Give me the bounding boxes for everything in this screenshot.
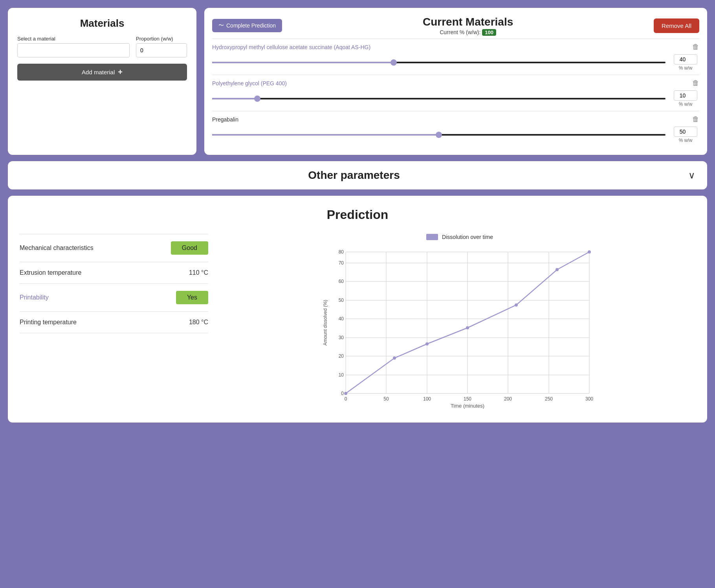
slider-1[interactable] <box>212 59 666 66</box>
svg-text:50: 50 <box>339 298 344 303</box>
x-axis-title: Time (minutes) <box>451 403 484 409</box>
remove-all-button[interactable]: Remove All <box>654 18 699 33</box>
current-materials-title-group: Current Materials Current % (w/w): 100 <box>423 16 513 35</box>
pred-label-mechanical: Mechanical characteristics <box>20 244 94 252</box>
pred-label-printability: Printability <box>20 294 49 301</box>
prediction-title: Prediction <box>20 208 695 222</box>
material-1-unit: % w/w <box>672 65 699 71</box>
svg-text:40: 40 <box>339 316 344 322</box>
current-pct-badge: 100 <box>482 29 496 36</box>
svg-text:30: 30 <box>339 335 344 340</box>
material-2-value-input[interactable] <box>674 90 697 101</box>
y-axis-labels: 0 10 20 30 40 50 60 70 80 <box>339 249 344 396</box>
add-material-button[interactable]: Add material + <box>17 64 187 81</box>
current-pct-label: Current % (w/w): <box>440 29 480 35</box>
pred-value-extrusion: 110 °C <box>189 269 208 276</box>
other-parameters-title: Other parameters <box>308 169 400 182</box>
svg-text:250: 250 <box>545 396 553 402</box>
material-1-value-input[interactable] <box>674 54 697 64</box>
proportion-input[interactable] <box>136 43 187 57</box>
data-point-2 <box>425 342 429 345</box>
data-point-6 <box>588 250 591 254</box>
svg-text:200: 200 <box>504 396 512 402</box>
current-materials-panel: 〜 Complete Prediction Current Materials … <box>204 8 707 155</box>
svg-text:70: 70 <box>339 260 344 266</box>
data-point-5 <box>556 268 559 271</box>
pred-value-printing-temp: 180 °C <box>189 319 208 326</box>
svg-text:50: 50 <box>383 396 389 402</box>
pred-label-extrusion: Extrusion temperature <box>20 269 81 276</box>
delete-material-1-button[interactable]: 🗑 <box>692 43 699 51</box>
data-point-4 <box>515 303 518 307</box>
complete-prediction-button[interactable]: 〜 Complete Prediction <box>212 19 282 32</box>
data-point-0 <box>344 392 347 395</box>
material-name-1: Hydroxypropyl methyl cellulose acetate s… <box>212 44 370 50</box>
material-2-unit: % w/w <box>672 101 699 107</box>
add-material-label: Add material <box>82 69 115 75</box>
delete-material-2-button[interactable]: 🗑 <box>692 79 699 87</box>
y-axis-title: Amount dissolved (%) <box>323 300 328 346</box>
select-material-input[interactable] <box>17 43 130 57</box>
svg-text:10: 10 <box>339 372 344 378</box>
svg-text:80: 80 <box>339 249 344 255</box>
chart-line-icon: 〜 <box>218 22 224 29</box>
pred-row-printing-temp: Printing temperature 180 °C <box>20 312 208 333</box>
slider-3[interactable] <box>212 131 666 139</box>
pred-label-printing-temp: Printing temperature <box>20 319 77 326</box>
pred-row-mechanical: Mechanical characteristics Good <box>20 234 208 262</box>
pred-row-extrusion: Extrusion temperature 110 °C <box>20 262 208 284</box>
material-name-2: Polyethylene glycol (PEG 400) <box>212 80 287 86</box>
chevron-down-icon: ∨ <box>688 170 695 181</box>
slider-2[interactable] <box>212 95 666 103</box>
material-item-2: Polyethylene glycol (PEG 400) 🗑 % w/w <box>212 75 699 111</box>
chart-svg-container: 0 10 20 30 40 50 60 70 80 0 50 100 <box>224 244 695 411</box>
svg-text:0: 0 <box>341 391 344 396</box>
svg-text:60: 60 <box>339 279 344 284</box>
chart-area: Dissolution over time <box>224 234 695 411</box>
chart-legend-label: Dissolution over time <box>442 234 493 240</box>
complete-prediction-label: Complete Prediction <box>226 22 276 29</box>
material-3-value-input[interactable] <box>674 127 697 137</box>
pred-row-printability: Printability Yes <box>20 284 208 312</box>
proportion-label: Proportion (w/w) <box>136 36 187 42</box>
plus-icon: + <box>118 68 123 77</box>
svg-text:300: 300 <box>585 396 593 402</box>
material-3-unit: % w/w <box>672 138 699 143</box>
material-item-1: Hydroxypropyl methyl cellulose acetate s… <box>212 39 699 75</box>
materials-title: Materials <box>17 17 187 29</box>
prediction-section: Prediction Mechanical characteristics Go… <box>8 196 707 423</box>
svg-text:100: 100 <box>423 396 431 402</box>
material-name-3: Pregabalin <box>212 116 238 123</box>
materials-panel: Materials Select a material Proportion (… <box>8 8 196 155</box>
pred-badge-good: Good <box>171 241 208 255</box>
x-axis-labels: 0 50 100 150 200 250 300 <box>345 396 594 402</box>
pred-badge-yes: Yes <box>176 291 208 304</box>
svg-text:150: 150 <box>464 396 471 402</box>
data-point-3 <box>466 326 469 329</box>
svg-text:20: 20 <box>339 353 344 359</box>
select-material-label: Select a material <box>17 36 130 42</box>
delete-material-3-button[interactable]: 🗑 <box>692 115 699 123</box>
current-materials-heading: Current Materials <box>423 16 513 28</box>
svg-text:0: 0 <box>345 396 347 402</box>
other-parameters-section[interactable]: Other parameters ∨ <box>8 161 707 189</box>
data-point-1 <box>393 356 396 360</box>
legend-color-swatch <box>426 234 438 240</box>
dissolution-chart: 0 10 20 30 40 50 60 70 80 0 50 100 <box>224 244 695 409</box>
material-item-3: Pregabalin 🗑 % w/w <box>212 111 699 147</box>
prediction-table: Mechanical characteristics Good Extrusio… <box>20 234 208 411</box>
